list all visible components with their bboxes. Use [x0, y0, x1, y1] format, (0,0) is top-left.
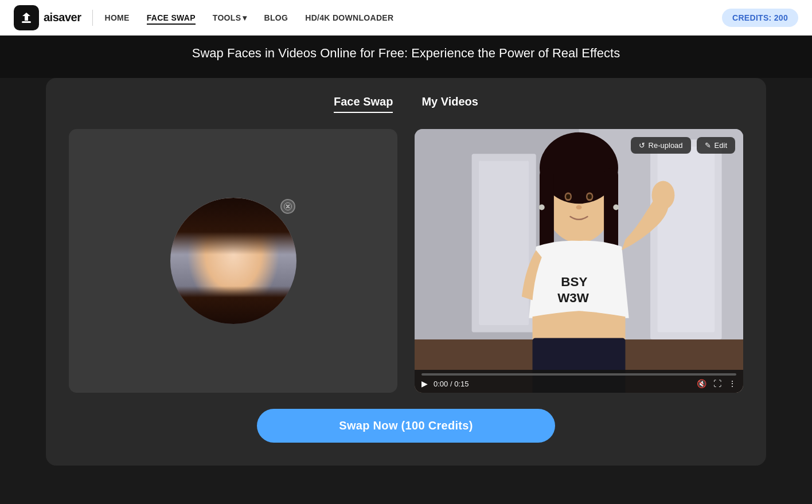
swap-now-button[interactable]: Swap Now (100 Credits) [257, 409, 555, 443]
nav-item-face-swap[interactable]: FACE SWAP [147, 13, 196, 23]
main-card: Face Swap My Videos ↺ Re-up [46, 78, 766, 466]
logo-link[interactable]: aisaver [14, 5, 81, 30]
play-button[interactable]: ▶ [421, 379, 428, 388]
video-top-controls: ↺ Re-upload ✎ Edit [631, 137, 735, 154]
nav-link-face-swap[interactable]: FACE SWAP [147, 13, 196, 25]
nav-item-tools[interactable]: TOOLS ▾ [213, 13, 247, 22]
svg-point-17 [576, 205, 582, 209]
video-progress-bar[interactable] [421, 373, 736, 376]
video-content: BSY W3W [415, 129, 743, 393]
tab-my-videos[interactable]: My Videos [421, 95, 478, 113]
logo-icon [14, 5, 39, 30]
remove-face-button[interactable] [280, 199, 295, 214]
hero-title: Swap Faces in Videos Online for Free: Ex… [0, 46, 812, 61]
nav-links: HOME FACE SWAP TOOLS ▾ BLOG HD/4K DOWNLO… [104, 13, 393, 23]
mute-icon[interactable]: 🔇 [697, 379, 706, 388]
video-frame-svg: BSY W3W [415, 129, 743, 393]
tab-face-swap[interactable]: Face Swap [334, 95, 393, 113]
svg-text:W3W: W3W [557, 291, 590, 305]
svg-point-19 [613, 205, 619, 210]
fullscreen-icon[interactable]: ⛶ [713, 379, 721, 388]
svg-rect-0 [22, 21, 31, 23]
video-bottom-bar: ▶ 0:00 / 0:15 🔇 ⛶ ⋮ [415, 370, 743, 393]
content-row: ↺ Re-upload ✎ Edit [69, 129, 743, 393]
nav-item-hd-downloader[interactable]: HD/4K DOWNLOADER [305, 13, 393, 23]
nav-item-home[interactable]: HOME [104, 13, 129, 23]
edit-icon: ✎ [705, 141, 711, 150]
hero-section: Swap Faces in Videos Online for Free: Ex… [0, 36, 812, 78]
svg-point-16 [587, 194, 591, 200]
face-image [170, 198, 296, 324]
reupload-icon: ↺ [639, 141, 645, 150]
svg-rect-7 [479, 161, 529, 326]
face-upload-panel[interactable] [69, 129, 397, 393]
svg-point-15 [566, 194, 570, 200]
video-panel: ↺ Re-upload ✎ Edit [415, 129, 743, 393]
svg-point-23 [652, 181, 675, 209]
tabs: Face Swap My Videos [69, 95, 743, 113]
bottom-icons: 🔇 ⛶ ⋮ [697, 379, 736, 388]
more-options-icon[interactable]: ⋮ [728, 379, 736, 388]
credits-badge: CREDITS: 200 [722, 9, 798, 27]
logo-text: aisaver [44, 11, 81, 24]
nav-link-home[interactable]: HOME [104, 13, 129, 22]
navbar: aisaver HOME FACE SWAP TOOLS ▾ BLOG HD/4… [0, 0, 812, 36]
swap-button-wrap: Swap Now (100 Credits) [69, 409, 743, 443]
nav-link-tools[interactable]: TOOLS ▾ [213, 13, 247, 22]
svg-point-18 [539, 205, 545, 210]
edit-button[interactable]: ✎ Edit [697, 137, 735, 154]
nav-link-blog[interactable]: BLOG [264, 13, 288, 22]
chevron-down-icon: ▾ [243, 13, 247, 22]
video-controls-bottom: ▶ 0:00 / 0:15 🔇 ⛶ ⋮ [421, 379, 736, 388]
face-circle-wrap [170, 198, 296, 324]
svg-rect-5 [658, 147, 715, 333]
nav-item-blog[interactable]: BLOG [264, 13, 288, 23]
nav-divider [92, 10, 93, 26]
svg-rect-11 [540, 168, 554, 253]
reupload-button[interactable]: ↺ Re-upload [631, 137, 691, 154]
nav-link-hd-downloader[interactable]: HD/4K DOWNLOADER [305, 13, 393, 22]
svg-text:BSY: BSY [561, 275, 587, 289]
time-display: 0:00 / 0:15 [434, 380, 691, 388]
